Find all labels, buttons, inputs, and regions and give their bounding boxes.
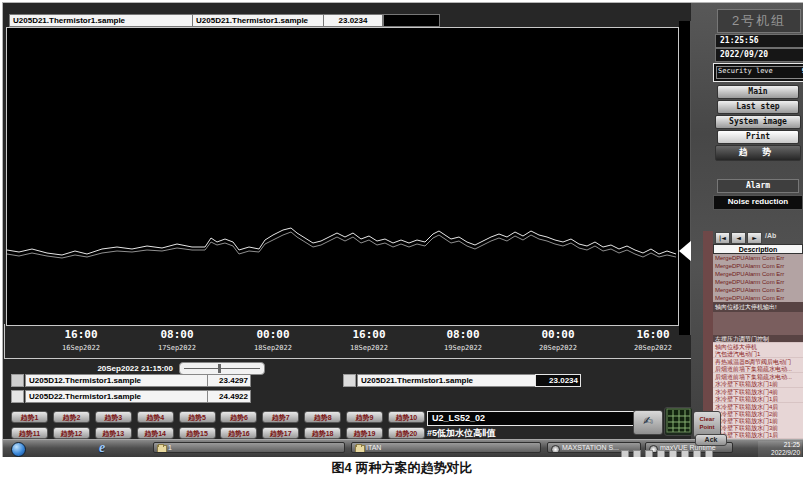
tray-icon[interactable]	[693, 450, 701, 457]
taskbar-app-label: 1	[168, 444, 172, 451]
app-icon	[551, 445, 560, 453]
tab-trend-16[interactable]: 趋势16	[220, 427, 257, 439]
nav-prev-button[interactable]: ◄	[731, 232, 746, 244]
taskbar-clock[interactable]: 21:25 2022/9/20	[758, 441, 802, 457]
tray-icon[interactable]	[633, 450, 641, 457]
tab-trend-11[interactable]: 趋势11	[11, 427, 48, 439]
nav-first-button[interactable]: |◄	[715, 232, 730, 244]
x-tick-date: 18Sep2022	[337, 344, 401, 352]
pen-value: 23.0234	[535, 374, 581, 387]
folder-icon	[157, 445, 167, 453]
start-orb-icon[interactable]	[11, 442, 26, 457]
hand-cursor-button[interactable]: ✍	[633, 410, 663, 435]
x-tick-date: 17Sep2022	[145, 344, 209, 352]
unit-title: 2号机组	[717, 9, 801, 33]
alarm-description-row[interactable]: MergeDPUAlarm Com Err	[713, 286, 803, 294]
alarm-filter-label[interactable]: /Ab	[765, 232, 776, 239]
clear-point-label-2: Point	[694, 423, 720, 431]
taskbar-app-folder-itan[interactable]: ITAN	[351, 442, 541, 453]
alarm-list-scroll-strip[interactable]	[703, 231, 713, 439]
trend-chart-plot[interactable]	[6, 27, 679, 326]
pen-color-swatch	[11, 374, 24, 387]
x-tick-time: 08:00	[431, 328, 495, 341]
pen-tag[interactable]: U205D22.Thermistor1.sample	[25, 390, 210, 403]
tab-trend-14[interactable]: 趋势14	[137, 427, 174, 439]
alarm-list-gap	[713, 312, 803, 335]
alarm-point-row[interactable]: 汽包进汽电动门1	[713, 350, 803, 358]
alarm-point-row[interactable]: 水冷壁下联箱放水门1前	[713, 380, 803, 388]
alarm-description-row[interactable]: MergeDPUAlarm Com Err	[713, 294, 803, 302]
main-button[interactable]: Main	[717, 85, 799, 99]
description-header: Description	[713, 244, 803, 254]
last-step-button[interactable]: Last step	[717, 100, 799, 114]
tab-trend-10[interactable]: 趋势10	[388, 411, 425, 423]
security-level-box[interactable]: Security leve 9	[713, 63, 803, 82]
slider-handle[interactable]	[218, 364, 221, 373]
tray-icon[interactable]	[657, 450, 665, 457]
tray-icon[interactable]	[621, 450, 629, 457]
tab-trend-5[interactable]: 趋势5	[179, 411, 216, 423]
alarm-description-row[interactable]: MergeDPUAlarm Com Err	[713, 254, 803, 262]
taskbar-app-folder-1[interactable]: 1	[153, 442, 345, 453]
clock-time: 21:25	[758, 441, 800, 449]
value-scale-strip	[679, 21, 691, 335]
nav-next-button[interactable]: ►	[747, 232, 762, 244]
tab-trend-7[interactable]: 趋势7	[262, 411, 299, 423]
pen-empty-box	[383, 14, 440, 27]
tab-trend-15[interactable]: 趋势15	[179, 427, 216, 439]
pen-value: 24.4922	[207, 390, 251, 403]
pen-value: 23.4297	[207, 374, 251, 387]
system-tray	[621, 450, 713, 457]
x-tick-date: 19Sep2022	[431, 344, 495, 352]
alarm-description-row[interactable]: MergeDPUAlarm Com Err	[713, 278, 803, 286]
pen-tag-box-left[interactable]: U205D21.Thermistor1.sample	[9, 14, 194, 27]
security-level-value: 9	[802, 64, 803, 81]
tab-trend-20[interactable]: 趋势20	[388, 427, 425, 439]
trend-group-name-field[interactable]: U2_LS52_02	[427, 411, 661, 426]
hmi-screen: U205D21.Thermistor1.sample U205D21.Therm…	[2, 2, 803, 457]
figure-page: U205D21.Thermistor1.sample U205D21.Therm…	[0, 0, 804, 480]
cursor-timestamp: 20Sep2022 21:15:00	[39, 364, 173, 373]
alarm-button[interactable]: Alarm	[717, 179, 799, 193]
tab-trend-17[interactable]: 趋势17	[262, 427, 299, 439]
alarm-point-row[interactable]: 水冷壁下联箱放水门1后	[713, 395, 803, 403]
tab-trend-19[interactable]: 趋势19	[346, 427, 383, 439]
alarm-point-row[interactable]: 左摆压力调节门控制	[713, 335, 803, 343]
tab-trend-4[interactable]: 趋势4	[137, 411, 174, 423]
tab-trend-9[interactable]: 趋势9	[346, 411, 383, 423]
alarm-alert-row[interactable]: 轴向位移过大停机输出!	[713, 302, 803, 312]
alarm-description-row[interactable]: MergeDPUAlarm Com Err	[713, 262, 803, 270]
tab-trend-13[interactable]: 趋势13	[95, 427, 132, 439]
tab-trend-8[interactable]: 趋势8	[304, 411, 341, 423]
tray-icon[interactable]	[705, 450, 713, 457]
clear-point-label-1: Clear	[694, 415, 720, 423]
tab-trend-1[interactable]: 趋势1	[11, 411, 48, 423]
trend-button[interactable]: 趋 势	[715, 145, 801, 161]
pen-tag[interactable]: U205D12.Thermistor1.sample	[25, 374, 210, 387]
slider-rail	[184, 368, 260, 369]
tray-icon[interactable]	[669, 450, 677, 457]
x-tick-date: 18Sep2022	[241, 344, 305, 352]
pen-tag[interactable]: U205D21.Thermistor1.sample	[357, 374, 538, 387]
trend-group-description: #5低加水位高Ⅱ值	[427, 427, 647, 439]
grid-icon	[666, 408, 691, 433]
tray-icon[interactable]	[681, 450, 689, 457]
internet-explorer-icon[interactable]: e	[99, 440, 105, 456]
alarm-point-row[interactable]: 后烟道前墙下集箱疏水电动...	[713, 365, 803, 373]
pen-color-swatch	[343, 374, 356, 387]
tab-trend-18[interactable]: 趋势18	[304, 427, 341, 439]
tab-trend-12[interactable]: 趋势12	[53, 427, 90, 439]
x-tick-time: 00:00	[526, 328, 590, 341]
x-tick-time: 08:00	[145, 328, 209, 341]
tab-trend-6[interactable]: 趋势6	[220, 411, 257, 423]
noise-reduction-button[interactable]: Noise reduction	[713, 195, 803, 210]
print-button[interactable]: Print	[717, 130, 799, 144]
pen-tag-box-center[interactable]: U205D21.Thermistor1.sample	[192, 14, 326, 27]
tab-trend-2[interactable]: 趋势2	[53, 411, 90, 423]
tab-trend-3[interactable]: 趋势3	[95, 411, 132, 423]
ack-button[interactable]: Ack	[695, 434, 727, 446]
system-image-button[interactable]: System image	[715, 115, 801, 129]
alarm-description-row[interactable]: MergeDPUAlarm Com Err	[713, 270, 803, 278]
trend-grid-button[interactable]	[664, 407, 693, 436]
tray-icon[interactable]	[645, 450, 653, 457]
